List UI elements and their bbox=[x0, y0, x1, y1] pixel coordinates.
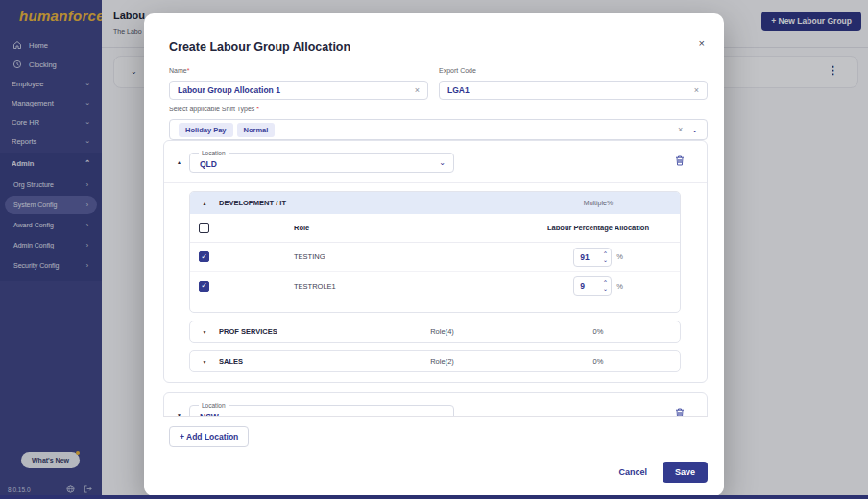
clear-icon[interactable]: × bbox=[415, 85, 420, 95]
department-name: SALES bbox=[219, 357, 368, 366]
location-select[interactable]: Location NSW ⌄ bbox=[189, 405, 454, 417]
department-card-development-it: ▲ DEVELOPMENT / IT Multiple% Role Labour… bbox=[189, 191, 681, 313]
cancel-button[interactable]: Cancel bbox=[618, 467, 647, 477]
department-percentage: Multiple% bbox=[517, 200, 680, 206]
close-icon[interactable]: × bbox=[699, 37, 705, 49]
role-column-header: Role bbox=[225, 224, 517, 232]
department-card-sales[interactable]: ▼ SALES Role(2) 0% bbox=[189, 350, 681, 372]
shift-type-chip[interactable]: Holiday Pay bbox=[179, 123, 233, 137]
department-percentage: 0% bbox=[517, 327, 680, 336]
location-departments: ▲ DEVELOPMENT / IT Multiple% Role Labour… bbox=[164, 183, 707, 382]
roles-table-body: ✓ TESTING 91 ⌃ ⌄ % bbox=[190, 243, 680, 312]
allocation-column-header: Labour Percentage Allocation bbox=[517, 224, 680, 232]
create-labour-group-allocation-modal: Create Labour Group Allocation × Name* ×… bbox=[144, 13, 724, 496]
shift-type-chip[interactable]: Normal bbox=[237, 123, 276, 137]
location-select-value: NSW bbox=[200, 412, 219, 417]
department-name: PROF SERVICES bbox=[219, 327, 368, 336]
table-row: ✓ TESTROLE1 9 ⌃ ⌄ % bbox=[190, 272, 680, 300]
clear-icon[interactable]: × bbox=[678, 125, 683, 134]
location-row: ▲ Location QLD ⌄ bbox=[164, 141, 707, 183]
delete-location-button[interactable] bbox=[674, 407, 686, 417]
add-location-button[interactable]: + Add Location bbox=[169, 426, 249, 447]
percentage-value: 91 bbox=[580, 252, 603, 262]
department-percentage: 0% bbox=[517, 357, 680, 366]
name-input-wrapper: × bbox=[169, 81, 428, 100]
role-name: TESTROLE1 bbox=[225, 282, 517, 291]
role-name: TESTING bbox=[225, 252, 517, 261]
expand-caret-icon: ▼ bbox=[190, 359, 219, 365]
department-card-prof-services[interactable]: ▼ PROF SERVICES Role(4) 0% bbox=[189, 321, 681, 343]
clear-icon[interactable]: × bbox=[694, 85, 699, 95]
percentage-stepper[interactable]: 9 ⌃ ⌄ bbox=[573, 276, 612, 296]
collapse-caret-icon: ▲ bbox=[190, 201, 219, 206]
delete-location-button[interactable] bbox=[674, 154, 686, 170]
stepper-down-icon[interactable]: ⌄ bbox=[603, 257, 608, 263]
location-card-qld: ▲ Location QLD ⌄ ▲ DEVELOPMENT bbox=[163, 140, 708, 383]
shift-types-label: Select applicable Shift Types * bbox=[169, 106, 259, 112]
collapse-caret-icon[interactable]: ▲ bbox=[177, 159, 181, 165]
trash-icon bbox=[674, 408, 686, 417]
percentage-value: 9 bbox=[580, 281, 603, 291]
department-role-count: Role(2) bbox=[368, 357, 517, 366]
department-role-count: Role(4) bbox=[368, 327, 517, 336]
required-mark: * bbox=[256, 106, 259, 112]
location-select[interactable]: Location QLD ⌄ bbox=[189, 153, 454, 173]
chevron-down-icon[interactable]: ⌄ bbox=[691, 126, 698, 134]
table-row: ✓ TESTING 91 ⌃ ⌄ % bbox=[190, 243, 680, 272]
locations-scroll-area[interactable]: ▲ Location QLD ⌄ ▲ DEVELOPMENT bbox=[163, 140, 708, 417]
export-code-field: Export Code × bbox=[439, 59, 708, 100]
location-card-nsw: ▼ Location NSW ⌄ bbox=[163, 392, 708, 417]
bottom-bar bbox=[0, 495, 868, 499]
location-row: ▼ Location NSW ⌄ bbox=[164, 393, 707, 417]
name-input[interactable] bbox=[178, 85, 415, 95]
shift-types-field: Select applicable Shift Types * Holiday … bbox=[169, 98, 708, 140]
name-label: Name* bbox=[169, 67, 189, 74]
modal-title: Create Labour Group Allocation bbox=[169, 40, 350, 54]
modal-footer: Cancel Save bbox=[618, 462, 708, 483]
shift-types-multiselect[interactable]: Holiday Pay Normal × ⌄ bbox=[169, 119, 708, 140]
percentage-stepper[interactable]: 91 ⌃ ⌄ bbox=[573, 248, 612, 267]
chevron-down-icon: ⌄ bbox=[439, 411, 446, 417]
name-field: Name* × bbox=[169, 59, 428, 100]
expand-caret-icon: ▼ bbox=[190, 329, 219, 335]
department-header[interactable]: ▲ DEVELOPMENT / IT Multiple% bbox=[190, 192, 680, 214]
percent-sign: % bbox=[616, 252, 623, 261]
roles-table-header: Role Labour Percentage Allocation bbox=[190, 214, 680, 243]
export-code-label: Export Code bbox=[439, 67, 476, 74]
required-mark: * bbox=[187, 67, 190, 74]
location-select-label: Location bbox=[199, 150, 229, 156]
location-select-label: Location bbox=[199, 402, 229, 409]
stepper-down-icon[interactable]: ⌄ bbox=[603, 286, 608, 292]
expand-caret-icon[interactable]: ▼ bbox=[177, 412, 181, 417]
export-code-input-wrapper: × bbox=[439, 81, 708, 100]
export-code-input[interactable] bbox=[447, 85, 694, 95]
check-icon: ✓ bbox=[201, 253, 207, 261]
department-name: DEVELOPMENT / IT bbox=[219, 199, 517, 207]
save-button[interactable]: Save bbox=[663, 462, 708, 483]
chevron-down-icon: ⌄ bbox=[439, 158, 446, 167]
role-checkbox[interactable]: ✓ bbox=[199, 281, 209, 292]
location-select-value: QLD bbox=[200, 159, 217, 169]
percent-sign: % bbox=[616, 282, 623, 291]
trash-icon bbox=[674, 155, 686, 170]
role-checkbox[interactable]: ✓ bbox=[199, 251, 209, 262]
select-all-checkbox[interactable] bbox=[199, 223, 209, 233]
check-icon: ✓ bbox=[201, 282, 207, 290]
